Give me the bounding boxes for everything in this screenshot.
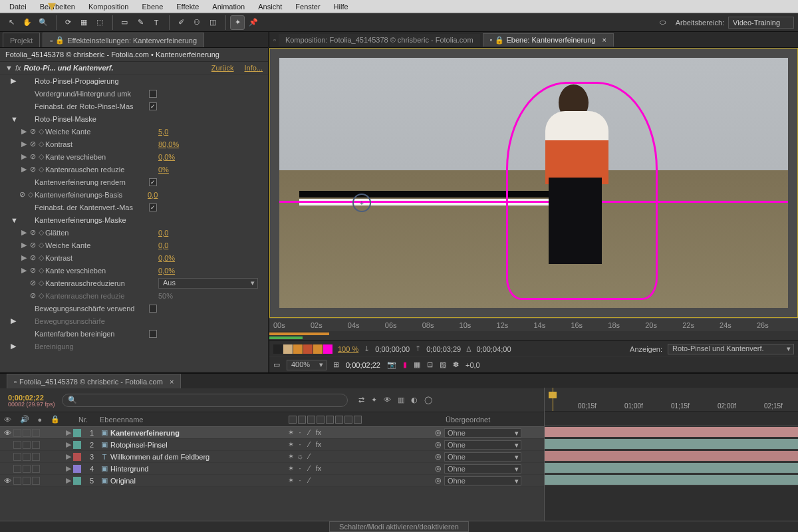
prop-value[interactable]: 50% — [158, 292, 173, 300]
out-point-icon[interactable]: ⤒ — [415, 344, 421, 353]
prop-value[interactable]: 0,0 — [148, 191, 158, 199]
display-mode-select[interactable]: Roto-Pinsel und Kantenverf. — [668, 344, 794, 354]
menu-hilfe[interactable]: Hilfe — [327, 3, 355, 11]
render-icon[interactable]: ▭ — [273, 360, 280, 369]
prop-value[interactable]: 80,0% — [158, 140, 179, 148]
prop-kantenverfeinerungs-maske[interactable]: ▼Kantenverfeinerungs-Maske — [0, 213, 268, 226]
zoom-tool-icon[interactable]: 🔍 — [36, 15, 51, 30]
tab-komposition[interactable]: Komposition: Fotolia_45145378 © chrisber… — [279, 34, 480, 46]
channel-icon[interactable]: ▮ — [403, 360, 407, 369]
brush-tool-icon[interactable]: ✐ — [174, 15, 188, 30]
text-tool-icon[interactable]: T — [149, 15, 164, 30]
grid-icon[interactable]: ⊞ — [333, 360, 339, 369]
layer-switches[interactable]: ✶·∕fx — [275, 428, 362, 437]
menu-ansicht[interactable]: Ansicht — [251, 3, 289, 11]
close-icon[interactable]: × — [170, 378, 174, 386]
prop-kantenverfeinerungs-basis[interactable]: ⊘◇Kantenverfeinerungs-Basis0,0 — [0, 188, 268, 201]
checkbox[interactable]: ✓ — [149, 178, 157, 186]
prop-bewegungsunsch-rfe-verwend[interactable]: Bewegungsunschärfe verwend — [0, 302, 268, 315]
checkbox[interactable]: ✓ — [149, 203, 157, 211]
label-color[interactable] — [73, 465, 81, 473]
parent-select[interactable]: Ohne — [444, 440, 521, 450]
close-icon[interactable]: × — [602, 36, 606, 44]
effect-header[interactable]: ▼ fx Roto-Pi... und Kantenverf. Zurück I… — [0, 62, 268, 74]
prop-gl-tten[interactable]: ▶⊘◇Glätten0,0 — [0, 226, 268, 239]
layer-switches[interactable]: ✶·∕ — [275, 476, 362, 485]
parent-select[interactable]: Ohne — [444, 464, 521, 473]
puppet-tool-icon[interactable]: 📌 — [246, 15, 261, 30]
prop-value[interactable]: 5,0 — [158, 128, 168, 136]
pickwhip-icon[interactable]: ◎ — [435, 464, 442, 473]
graph-editor-icon[interactable]: ◯ — [424, 396, 432, 404]
menu-ebene[interactable]: Ebene — [135, 3, 170, 11]
region-icon[interactable]: ⊡ — [427, 360, 433, 369]
frame-blend-icon[interactable]: ▥ — [398, 396, 404, 404]
audio-column-icon[interactable]: 🔊 — [20, 415, 29, 424]
prop-value[interactable]: 0,0% — [158, 254, 175, 262]
expand-icon[interactable]: ▶ — [64, 464, 73, 473]
prop-value[interactable]: 0,0% — [158, 267, 175, 275]
checkbox[interactable] — [149, 90, 157, 98]
prop-bewegungsunsch-rfe[interactable]: ▶Bewegungsunschärfe — [0, 315, 268, 327]
effect-reset-link[interactable]: Zurück — [211, 64, 234, 72]
layer-switches[interactable]: ✶·∕fx — [275, 440, 362, 449]
prop-kantenrauschreduzierun[interactable]: ⊘◇KantenrauschreduzierunAus — [0, 277, 268, 289]
current-timecode[interactable]: 0;00;02;22 — [346, 361, 380, 369]
rotobrush-tool-icon[interactable]: ✦ — [230, 15, 245, 30]
menu-fenster[interactable]: Fenster — [289, 3, 327, 11]
layer-viewer[interactable]: + — [269, 48, 798, 318]
eye-column-icon[interactable]: 👁 — [4, 416, 11, 424]
prop-value[interactable]: 0% — [158, 166, 169, 174]
prop-value[interactable]: 0,0 — [158, 229, 168, 237]
layer-name[interactable]: Original — [109, 477, 275, 485]
pan-behind-tool-icon[interactable]: ⬚ — [92, 15, 107, 30]
prop-roto-pinsel-maske[interactable]: ▼Roto-Pinsel-Maske — [0, 112, 268, 125]
checkbox[interactable] — [149, 330, 157, 338]
layer-switches[interactable]: ✶·∕fx — [275, 464, 362, 473]
transparency-icon[interactable]: ▨ — [440, 360, 446, 369]
tab-ebene[interactable]: ▫ 🔒 Ebene: Kantenverfeinerung × — [483, 33, 614, 47]
track[interactable] — [545, 426, 798, 438]
zoom-select[interactable]: 400% — [287, 360, 327, 370]
snapshot-icon[interactable]: 📷 — [387, 360, 396, 369]
orbit-tool-icon[interactable]: ⟳ — [61, 15, 75, 30]
prop-kontrast[interactable]: ▶⊘◇Kontrast80,0% — [0, 138, 268, 150]
prop-kantenfarben-bereinigen[interactable]: Kantenfarben bereinigen — [0, 327, 268, 340]
rectangle-tool-icon[interactable]: ▭ — [117, 15, 132, 30]
eye-icon[interactable]: 👁 — [3, 429, 12, 437]
in-timecode[interactable]: 0;00;00;00 — [375, 345, 410, 353]
label-color[interactable] — [73, 429, 81, 437]
prop-kantenrauschen-reduzie[interactable]: ▶⊘◇Kantenrauschen reduzie0% — [0, 163, 268, 176]
prop-bereinigung[interactable]: ▶Bereinigung — [0, 340, 268, 352]
workspace-select[interactable]: Video-Training — [728, 17, 794, 29]
mini-timeline[interactable]: 00s02s04s06s08s10s12s14s16s18s20s22s24s2… — [269, 318, 798, 331]
effect-toggle-icon[interactable]: ▼ — [5, 64, 13, 72]
in-point-icon[interactable]: ⤓ — [364, 344, 370, 353]
clip-bar[interactable] — [545, 427, 798, 437]
prop-vordergrund-hintergrund-umk[interactable]: Vordergrund/Hintergrund umk — [0, 87, 268, 100]
pen-tool-icon[interactable]: ✎ — [133, 15, 148, 30]
tab-projekt[interactable]: Projekt — [3, 33, 40, 47]
alpha-percent[interactable]: 100 % — [338, 345, 358, 353]
layer-name[interactable]: Rotopinsel-Pinsel — [109, 441, 275, 449]
prop-kante-verschieben[interactable]: ▶⊘◇Kante verschieben0,0% — [0, 264, 268, 277]
channel-swatches[interactable] — [273, 344, 332, 354]
comp-mini-flowchart-icon[interactable]: ⇄ — [358, 396, 364, 404]
layer-name[interactable]: Kantenverfeinerung — [109, 429, 275, 437]
expand-icon[interactable]: ▶ — [64, 428, 73, 437]
menu-effekte[interactable]: Effekte — [170, 3, 205, 11]
clip-bar[interactable] — [545, 439, 798, 449]
checkbox[interactable] — [149, 305, 157, 313]
timeline-ruler[interactable]: 00;15f01;00f01;15f02;00f02;15f — [545, 388, 798, 412]
hand-tool-icon[interactable]: ✋ — [20, 15, 35, 30]
parent-select[interactable]: Ohne — [444, 428, 521, 438]
track[interactable] — [545, 438, 798, 450]
selection-tool-icon[interactable]: ↖ — [4, 15, 19, 30]
prop-kantenverfeinerung-rendern[interactable]: Kantenverfeinerung rendern✓ — [0, 176, 268, 188]
prop-roto-pinsel-propagierung[interactable]: ▶Roto-Pinsel-Propagierung — [0, 74, 268, 87]
camera-tool-icon[interactable]: ▦ — [76, 15, 91, 30]
menu-animation[interactable]: Animation — [205, 3, 251, 11]
menu-datei[interactable]: Datei — [3, 3, 33, 11]
prop-value[interactable]: 0,0% — [158, 153, 175, 161]
prop-feinabst-der-roto-pinsel-mas[interactable]: Feinabst. der Roto-Pinsel-Mas✓ — [0, 100, 268, 112]
